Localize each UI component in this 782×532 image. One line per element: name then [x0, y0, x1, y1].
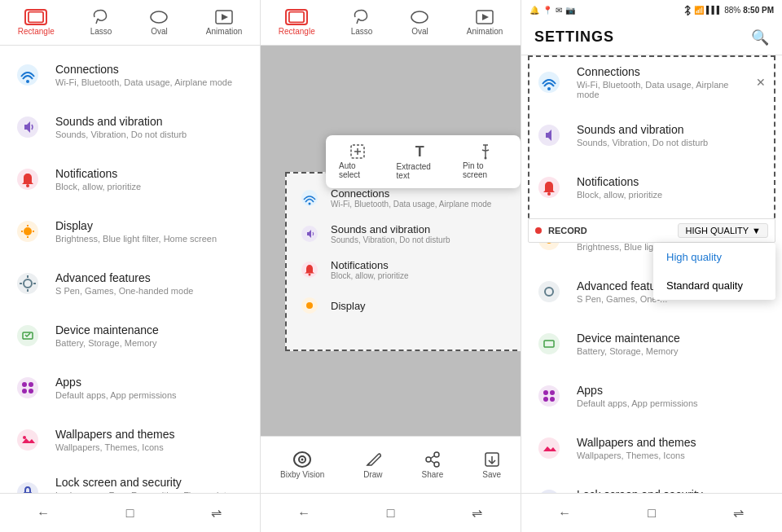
- sel-display-title: Display: [331, 300, 366, 312]
- share-button[interactable]: Share: [422, 451, 444, 479]
- sel-notifications-text: Notifications Block, allow, prioritize: [331, 259, 409, 280]
- left-settings-display[interactable]: Display Brightness, Blue light filter, H…: [0, 205, 260, 257]
- record-dot: [535, 227, 542, 234]
- sel-sounds-icon: [298, 222, 321, 245]
- right-home-button[interactable]: □: [639, 500, 665, 526]
- mid-recents-button[interactable]: ⇌: [464, 500, 490, 526]
- display-text: Display Brightness, Blue light filter, H…: [55, 219, 217, 244]
- draw-button[interactable]: Draw: [363, 451, 382, 479]
- sel-connections-text: Connections Wi-Fi, Bluetooth, Data usage…: [331, 187, 491, 209]
- right-back-button[interactable]: ←: [551, 500, 578, 526]
- sel-connections-sub: Wi-Fi, Bluetooth, Data usage, Airplane m…: [331, 200, 491, 209]
- right-wallpaper[interactable]: Wallpapers and themes Wallpapers, Themes…: [521, 422, 782, 474]
- right-sounds[interactable]: Sounds and vibration Sounds, Vibration, …: [521, 109, 782, 161]
- toolbar-animation[interactable]: Animation: [196, 6, 252, 39]
- extracted-text-button[interactable]: T Extracted text: [387, 140, 454, 183]
- toolbar-rectangle[interactable]: Rectangle: [8, 6, 64, 39]
- float-action-menu: Auto select T Extracted text Pin to scre…: [326, 135, 521, 188]
- connections-icon: [13, 60, 42, 90]
- standard-quality-option[interactable]: Standard quality: [653, 271, 775, 300]
- status-camera-icon: 📷: [565, 6, 575, 15]
- svg-line-32: [357, 19, 358, 24]
- left-settings-notifications[interactable]: Notifications Block, allow, prioritize: [0, 153, 260, 205]
- pin-icon: [478, 143, 493, 160]
- right-lock[interactable]: Lock screen and security Lock screen, Fa…: [521, 474, 782, 493]
- sel-notifications-sub: Block, allow, prioritize: [331, 271, 409, 280]
- svg-point-6: [26, 80, 29, 83]
- right-recents-button[interactable]: ⇌: [726, 500, 752, 526]
- left-settings-lock[interactable]: Lock screen and security Lock screen, Fa…: [0, 466, 260, 493]
- left-settings-wallpaper[interactable]: Wallpapers and themes Wallpapers, Themes…: [0, 414, 260, 466]
- mid-toolbar-lasso[interactable]: Lasso: [340, 6, 383, 39]
- mid-toolbar-animation[interactable]: Animation: [457, 6, 512, 39]
- wifi-icon: 📶: [694, 6, 704, 15]
- connections-text: Connections Wi-Fi, Bluetooth, Data usage…: [55, 63, 232, 87]
- sel-connections-title: Connections: [331, 187, 491, 200]
- sel-notifications-title: Notifications: [331, 259, 409, 271]
- right-apps-icon: [534, 381, 564, 411]
- mid-toolbar-oval[interactable]: Oval: [398, 6, 441, 39]
- save-button[interactable]: Save: [482, 451, 501, 479]
- mid-home-button[interactable]: □: [377, 500, 403, 526]
- left-settings-connections[interactable]: Connections Wi-Fi, Bluetooth, Data usage…: [0, 49, 260, 101]
- svg-point-69: [538, 385, 560, 407]
- svg-marker-35: [482, 14, 489, 20]
- left-settings-device[interactable]: Device maintenance Battery, Storage, Mem…: [0, 310, 260, 362]
- selection-content: Connections Wi-Fi, Bluetooth, Data usage…: [287, 174, 521, 330]
- left-nav: ← □ ⇌: [0, 493, 260, 532]
- device-title: Device maintenance: [55, 323, 159, 336]
- right-connections[interactable]: Connections Wi-Fi, Bluetooth, Data usage…: [521, 55, 782, 109]
- bixby-vision-button[interactable]: Bixby Vision: [280, 451, 324, 479]
- svg-point-71: [550, 390, 555, 395]
- left-back-button[interactable]: ←: [30, 500, 56, 526]
- toolbar-oval[interactable]: Oval: [138, 6, 180, 39]
- mid-rectangle-icon: [285, 9, 308, 25]
- high-quality-option[interactable]: High quality: [653, 243, 775, 271]
- search-button[interactable]: 🔍: [751, 29, 769, 46]
- share-icon: [424, 451, 442, 468]
- right-notifications[interactable]: Notifications Block, allow, prioritize: [521, 161, 782, 213]
- lock-text: Lock screen and security Lock screen, Fa…: [55, 476, 247, 493]
- toolbar-lasso[interactable]: Lasso: [80, 6, 122, 39]
- svg-point-73: [550, 397, 555, 402]
- svg-point-44: [309, 274, 311, 276]
- left-settings-sounds[interactable]: Sounds and vibration Sounds, Vibration, …: [0, 101, 260, 153]
- animation-icon: [213, 9, 235, 25]
- record-bar: RECORD HIGH QUALITY ▼: [528, 218, 775, 243]
- mid-animation-label: Animation: [467, 27, 503, 36]
- mid-oval-icon: [408, 9, 431, 25]
- svg-point-51: [434, 452, 439, 457]
- clock: 8:50 PM: [743, 6, 774, 15]
- left-settings-advanced[interactable]: Advanced features S Pen, Games, One-hand…: [0, 257, 260, 310]
- auto-select-button[interactable]: Auto select: [329, 140, 387, 183]
- quality-dropdown-button[interactable]: HIGH QUALITY ▼: [678, 223, 768, 238]
- auto-select-label: Auto select: [339, 161, 377, 179]
- notifications-title: Notifications: [55, 167, 141, 180]
- left-settings-apps[interactable]: Apps Default apps, App permissions: [0, 362, 260, 414]
- right-device[interactable]: Device maintenance Battery, Storage, Mem…: [521, 318, 782, 370]
- sounds-text: Sounds and vibration Sounds, Vibration, …: [55, 115, 187, 139]
- right-notifications-text: Notifications Block, allow, prioritize: [577, 175, 662, 200]
- mid-rectangle-label: Rectangle: [279, 27, 315, 36]
- save-label: Save: [482, 470, 501, 479]
- middle-panel: Rectangle Lasso Oval: [261, 0, 521, 532]
- right-advanced-icon: [534, 277, 564, 306]
- mid-back-button[interactable]: ←: [291, 500, 317, 526]
- quality-label: HIGH QUALITY: [685, 226, 749, 235]
- mid-toolbar-rectangle[interactable]: Rectangle: [269, 6, 325, 39]
- middle-nav: ← □ ⇌: [261, 493, 521, 532]
- pin-to-screen-button[interactable]: Pin to screen: [453, 140, 517, 183]
- connections-subtitle: Wi-Fi, Bluetooth, Data usage, Airplane m…: [55, 77, 232, 87]
- right-apps-text: Apps Default apps, App permissions: [577, 384, 698, 408]
- close-selection-button[interactable]: ✕: [753, 74, 769, 90]
- left-toolbar: Rectangle Lasso Oval: [0, 0, 260, 46]
- status-message-icon: ✉: [556, 6, 562, 15]
- left-home-button[interactable]: □: [116, 500, 143, 526]
- sel-sounds-text: Sounds and vibration Sounds, Vibration, …: [331, 223, 450, 244]
- left-recents-button[interactable]: ⇌: [204, 500, 230, 526]
- sel-notifications: Notifications Block, allow, prioritize: [287, 252, 521, 288]
- rectangle-icon: [24, 9, 47, 25]
- right-connections-text: Connections Wi-Fi, Bluetooth, Data usage…: [577, 65, 753, 99]
- status-icons: 🔔 📍 ✉ 📷: [529, 6, 575, 15]
- right-apps[interactable]: Apps Default apps, App permissions: [521, 370, 782, 422]
